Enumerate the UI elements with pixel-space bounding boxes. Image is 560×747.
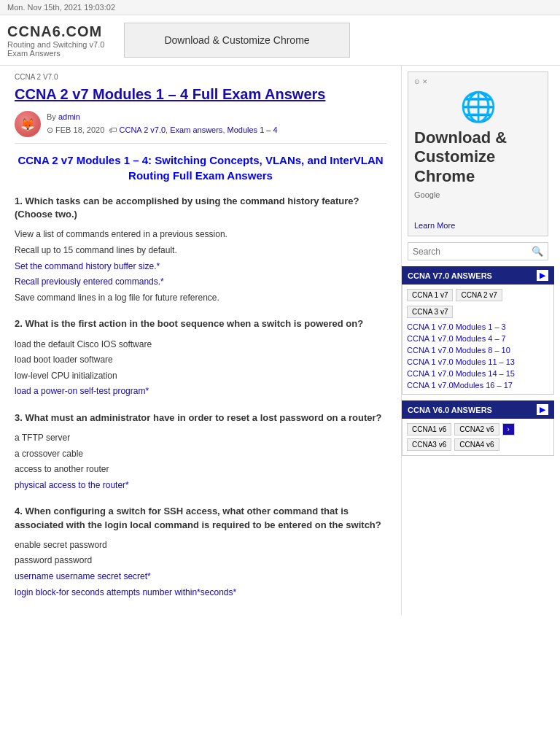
answer-2-1: load the default Cisco IOS software xyxy=(15,337,386,353)
tab-ccna2v7[interactable]: CCNA 2 v7 xyxy=(456,289,502,301)
answer-options-4: enable secret password password password… xyxy=(15,538,386,600)
link-v70-6[interactable]: CCNA 1 v7.0Modules 16 – 17 xyxy=(407,381,549,390)
site-logo: CCNA6.COM Routing and Switching v7.0 Exa… xyxy=(7,23,117,58)
ad-title: Download & Customize Chrome xyxy=(414,128,542,186)
answer-4-3: username username secret secret* xyxy=(15,569,386,585)
header: CCNA6.COM Routing and Switching v7.0 Exa… xyxy=(0,15,560,66)
post-tags: ⊙ FEB 18, 2020 🏷 CCNA 2 v7.0, Exam answe… xyxy=(47,124,278,137)
author-meta: By admin ⊙ FEB 18, 2020 🏷 CCNA 2 v7.0, E… xyxy=(47,111,278,136)
question-2: 2. What is the first action in the boot … xyxy=(15,317,386,330)
answer-3-2: a crossover cable xyxy=(15,446,386,462)
ccna-v60-header: CCNA V6.0 ANSWERS ▶ xyxy=(402,400,554,419)
v60-arrow-icon: ▶ xyxy=(537,404,548,415)
ccna-v70-header: CCNA V7.0 ANSWERS ▶ xyxy=(402,266,554,285)
author-row: 🦊 By admin ⊙ FEB 18, 2020 🏷 CCNA 2 v7.0,… xyxy=(15,111,386,144)
author-link[interactable]: admin xyxy=(58,112,80,121)
answer-options-3: a TFTP server a crossover cable access t… xyxy=(15,430,386,493)
section-heading: CCNA 2 v7 Modules 1 – 4: Switching Conce… xyxy=(15,152,386,183)
v70-arrow-icon: ▶ xyxy=(537,270,548,281)
avatar: 🦊 xyxy=(15,111,41,137)
answer-2-3: low-level CPU initialization xyxy=(15,368,386,384)
article-title: CCNA 2 v7 Modules 1 – 4 Full Exam Answer… xyxy=(15,85,386,104)
tag-modules[interactable]: Modules 1 – 4 xyxy=(228,125,278,134)
ad-label: ⊙ ✕ xyxy=(414,78,428,85)
tab-ccna2v6[interactable]: CCNA2 v6 xyxy=(454,423,499,436)
answer-options-1: View a list of commands entered in a pre… xyxy=(15,227,386,306)
tab-ccna1v6[interactable]: CCNA1 v6 xyxy=(407,423,451,436)
answer-1-1: View a list of commands entered in a pre… xyxy=(15,227,386,243)
datetime: Mon. Nov 15th, 2021 19:03:02 xyxy=(7,3,115,12)
link-v70-3[interactable]: CCNA 1 v7.0 Modules 8 – 10 xyxy=(407,346,549,355)
header-banner[interactable]: Download & Customize Chrome xyxy=(124,23,350,58)
link-v70-5[interactable]: CCNA 1 v7.0 Modules 14 – 15 xyxy=(407,369,549,378)
ccna-v70-section: CCNA V7.0 ANSWERS ▶ CCNA 1 v7 CCNA 2 v7 … xyxy=(402,266,554,395)
answer-1-3: Set the command history buffer size.* xyxy=(15,259,386,275)
questions: 1. Which tasks can be accomplished by us… xyxy=(15,195,386,600)
layout: CCNA 2 V7.0 CCNA 2 v7 Modules 1 – 4 Full… xyxy=(0,66,560,615)
answer-3-4: physical access to the router* xyxy=(15,478,386,494)
tab-ccna-extra[interactable]: › xyxy=(502,423,515,436)
site-subtitle: Routing and Switching v7.0 Exam Answers xyxy=(7,40,117,58)
search-box: 🔍 xyxy=(408,242,548,260)
breadcrumb: CCNA 2 V7.0 xyxy=(15,73,386,81)
tag-exam[interactable]: Exam answers xyxy=(170,125,222,134)
answer-3-1: a TFTP server xyxy=(15,430,386,446)
answer-1-2: Recall up to 15 command lines by default… xyxy=(15,243,386,259)
answer-4-1: enable secret password xyxy=(15,538,386,554)
answer-4-2: password password xyxy=(15,553,386,569)
tag-ccna2[interactable]: CCNA 2 v7.0 xyxy=(120,125,166,134)
link-v70-2[interactable]: CCNA 1 v7.0 Modules 4 – 7 xyxy=(407,334,549,343)
main-content: CCNA 2 V7.0 CCNA 2 v7 Modules 1 – 4 Full… xyxy=(0,66,401,615)
article-title-link[interactable]: CCNA 2 v7 Modules 1 – 4 Full Exam Answer… xyxy=(15,86,325,102)
tab-ccna4v6[interactable]: CCNA4 v6 xyxy=(454,438,499,451)
tab-ccna3v7[interactable]: CCNA 3 v7 xyxy=(407,306,453,318)
question-1: 1. Which tasks can be accomplished by us… xyxy=(15,195,386,221)
sidebar: ⊙ ✕ 🌐 Download & Customize Chrome Google… xyxy=(401,66,554,615)
answer-2-2: load boot loader software xyxy=(15,352,386,368)
link-v70-1[interactable]: CCNA 1 v7.0 Modules 1 – 3 xyxy=(407,322,549,331)
tab-ccna3v6[interactable]: CCNA3 v6 xyxy=(407,438,451,451)
search-input[interactable] xyxy=(413,247,532,257)
link-v70-4[interactable]: CCNA 1 v7.0 Modules 11 – 13 xyxy=(407,357,549,366)
answer-4-4: login block-for seconds attempts number … xyxy=(15,585,386,601)
question-4: 4. When configuring a switch for SSH acc… xyxy=(15,505,386,531)
ad-cta[interactable]: Learn More xyxy=(414,221,542,230)
answer-2-4: load a power-on self-test program* xyxy=(15,384,386,400)
answer-options-2: load the default Cisco IOS software load… xyxy=(15,337,386,400)
answer-3-3: access to another router xyxy=(15,462,386,478)
ad-brand: Google xyxy=(414,190,542,199)
tab-ccna1v7[interactable]: CCNA 1 v7 xyxy=(407,289,453,301)
ad-icon: 🌐 xyxy=(414,90,542,124)
answer-1-5: Save command lines in a log file for fut… xyxy=(15,290,386,306)
topbar: Mon. Nov 15th, 2021 19:03:02 xyxy=(0,0,560,15)
search-icon[interactable]: 🔍 xyxy=(532,246,543,257)
answer-1-4: Recall previously entered commands.* xyxy=(15,274,386,290)
question-3: 3. What must an administrator have in or… xyxy=(15,411,386,425)
site-title: CCNA6.COM xyxy=(7,23,117,40)
ccna-v60-section: CCNA V6.0 ANSWERS ▶ CCNA1 v6 CCNA2 v6 › … xyxy=(402,400,554,456)
ad-block: ⊙ ✕ 🌐 Download & Customize Chrome Google… xyxy=(408,71,548,236)
